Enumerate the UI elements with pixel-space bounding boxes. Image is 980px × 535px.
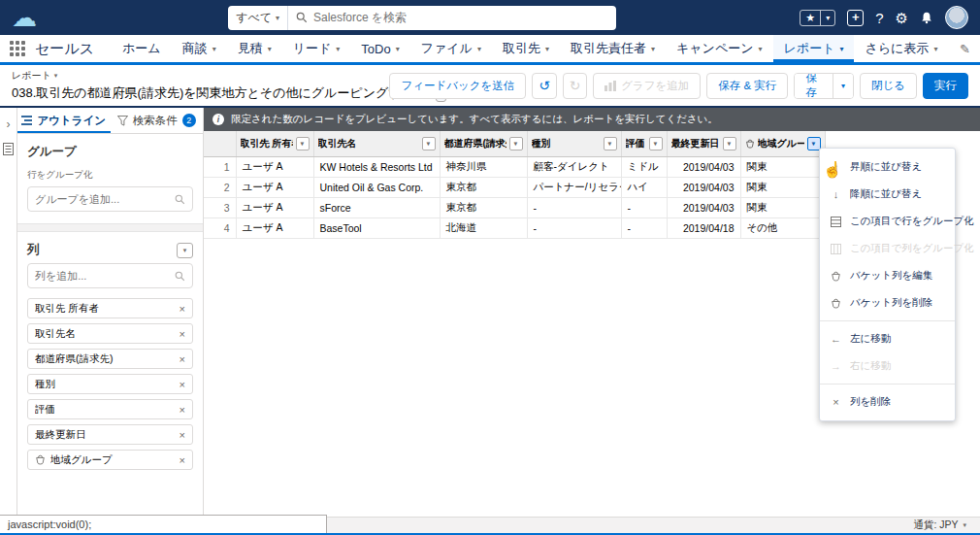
columns-menu-button[interactable]: ▾ xyxy=(177,243,193,258)
menu-item-group-columns: この項目で列をグループ化 xyxy=(820,235,955,262)
report-action-bar: レポート ▾ 038.取引先の都道府県(請求先)を関東地方とその他にグルーピング… xyxy=(0,65,980,108)
column-header-billing-state[interactable]: 都道府県(請求先)▾ xyxy=(440,131,527,156)
menu-item-move-right: →右に移動 xyxy=(820,352,955,380)
global-add-button[interactable]: + xyxy=(847,10,864,26)
remove-column-icon[interactable]: × xyxy=(180,328,185,340)
expand-panel-chevron-icon[interactable]: › xyxy=(7,117,11,131)
remove-column-icon[interactable]: × xyxy=(180,454,185,466)
notifications-bell-icon[interactable] xyxy=(920,11,933,24)
app-navigation-bar: セールス ホーム 商談▾ 見積▾ リード▾ ToDo▾ ファイル▾ 取引先▾ 取… xyxy=(0,35,980,65)
nav-item-opportunities[interactable]: 商談▾ xyxy=(172,35,227,62)
currency-selector[interactable]: 通貨: JPY ▾ xyxy=(913,518,980,532)
chevron-down-icon: ▾ xyxy=(477,45,481,53)
menu-item-move-left[interactable]: ←左に移動 xyxy=(820,325,955,352)
nav-item-accounts[interactable]: 取引先▾ xyxy=(492,35,560,62)
column-menu-button[interactable]: ▾ xyxy=(649,137,663,150)
menu-item-group-rows[interactable]: この項目で行をグループ化 xyxy=(820,208,955,235)
column-chip-type[interactable]: 種別× xyxy=(27,374,193,394)
save-split-button: 保存 ▾ xyxy=(794,73,854,99)
column-context-menu: ↑昇順に並び替え ↓降順に並び替え この項目で行をグループ化 この項目で列をグル… xyxy=(819,148,956,421)
fields-panel-icon[interactable] xyxy=(3,143,14,155)
add-chart-button[interactable]: グラフを追加 xyxy=(593,73,701,99)
remove-column-icon[interactable]: × xyxy=(180,379,185,390)
column-chip-last-modified[interactable]: 最終更新日× xyxy=(27,424,193,445)
search-scope-selector[interactable]: すべて ▾ xyxy=(228,6,288,30)
add-column-input[interactable] xyxy=(35,270,169,282)
chevron-down-icon: ▾ xyxy=(336,45,340,53)
menu-item-delete-bucket[interactable]: バケット列を削除 xyxy=(820,289,955,317)
edit-nav-pencil-icon[interactable]: ✎ xyxy=(960,42,970,56)
section-divider xyxy=(17,223,203,232)
menu-item-remove-column[interactable]: ×列を削除 xyxy=(820,388,955,416)
salesforce-logo-icon: ☁ xyxy=(12,5,37,30)
report-actions: フィードバックを送信 ↺ ↻ グラフを追加 保存 & 実行 保存 ▾ 閉じる 実… xyxy=(389,73,968,99)
sidebar-tabs: アウトライン 検索条件 2 xyxy=(17,108,203,134)
remove-column-icon[interactable]: × xyxy=(180,404,185,416)
mouse-pointer-icon: ☝ xyxy=(823,160,842,179)
setup-gear-icon[interactable]: ⚙ xyxy=(896,11,908,25)
favorites-button[interactable]: ★ ▾ xyxy=(800,10,835,26)
column-chip-rating[interactable]: 評価× xyxy=(27,399,193,419)
menu-item-edit-bucket[interactable]: バケット列を編集 xyxy=(820,262,955,289)
arrow-right-icon: → xyxy=(830,360,842,372)
app-launcher-icon[interactable] xyxy=(10,41,25,56)
save-and-run-button[interactable]: 保存 & 実行 xyxy=(706,73,788,99)
collapsed-fields-panel: › xyxy=(0,108,17,517)
undo-button[interactable]: ↺ xyxy=(532,73,556,99)
feedback-button[interactable]: フィードバックを送信 xyxy=(389,73,526,99)
nav-item-home[interactable]: ホーム xyxy=(112,35,172,62)
add-group-input[interactable] xyxy=(35,193,169,205)
table-row: 3 ユーザ A sForce 東京都 - - 2019/04/03 関東 xyxy=(204,197,825,217)
column-chip-region-bucket[interactable]: 地域グループ× xyxy=(27,450,193,470)
report-table: 取引先 所有者▾ 取引先名▾ 都道府県(請求先)▾ 種別▾ 評価▾ 最終更新日▾… xyxy=(204,131,826,239)
preview-limit-banner: i 限定された数のレコードをプレビューしています。すべて表示するには、レポートを… xyxy=(204,108,980,131)
bucket-icon xyxy=(830,298,842,309)
column-chip-account-name[interactable]: 取引先名× xyxy=(27,323,193,344)
nav-item-todo[interactable]: ToDo▾ xyxy=(350,35,409,62)
nav-item-more[interactable]: さらに表示▾ xyxy=(854,35,948,62)
close-button[interactable]: 閉じる xyxy=(860,73,917,99)
filters-count-badge: 2 xyxy=(182,114,196,127)
column-menu-button[interactable]: ▾ xyxy=(296,137,310,150)
outline-icon xyxy=(21,116,32,125)
column-chip-billing-state[interactable]: 都道府県(請求先)× xyxy=(27,349,193,369)
column-chip-account-owner[interactable]: 取引先 所有者× xyxy=(27,298,193,318)
column-header-region-bucket[interactable]: 地域グループ▾ xyxy=(740,131,825,156)
header-actions: ★ ▾ + ? ⚙ xyxy=(800,6,968,29)
chevron-down-icon[interactable]: ▾ xyxy=(820,11,834,25)
nav-item-leads[interactable]: リード▾ xyxy=(282,35,351,62)
nav-item-files[interactable]: ファイル▾ xyxy=(410,35,492,62)
column-menu-button[interactable]: ▾ xyxy=(604,137,617,150)
breadcrumb[interactable]: レポート ▾ xyxy=(12,69,389,83)
remove-column-icon[interactable]: × xyxy=(180,303,185,315)
nav-item-quotes[interactable]: 見積▾ xyxy=(227,35,282,62)
search-input[interactable] xyxy=(313,11,616,24)
column-header-rating[interactable]: 評価▾ xyxy=(621,131,667,156)
column-header-account-owner[interactable]: 取引先 所有者▾ xyxy=(236,131,313,156)
column-menu-button[interactable]: ▾ xyxy=(422,137,436,150)
nav-item-contacts[interactable]: 取引先責任者▾ xyxy=(560,35,666,62)
funnel-icon xyxy=(117,116,128,126)
search-icon xyxy=(175,271,185,282)
menu-item-sort-descending[interactable]: ↓降順に並び替え xyxy=(820,181,955,208)
run-button[interactable]: 実行 xyxy=(923,73,968,99)
redo-button[interactable]: ↻ xyxy=(563,73,587,99)
remove-column-icon[interactable]: × xyxy=(180,353,185,365)
save-button[interactable]: 保存 xyxy=(795,74,833,98)
column-menu-button[interactable]: ▾ xyxy=(509,137,523,150)
column-header-last-modified[interactable]: 最終更新日▾ xyxy=(667,131,740,156)
user-avatar[interactable] xyxy=(945,6,968,29)
search-icon xyxy=(175,194,185,205)
menu-divider xyxy=(820,320,955,321)
report-title: 038.取引先の都道府県(請求先)を関東地方とその他にグルーピングする xyxy=(12,84,414,102)
save-dropdown-button[interactable]: ▾ xyxy=(833,74,853,98)
column-menu-button[interactable]: ▾ xyxy=(723,137,736,150)
column-header-account-name[interactable]: 取引先名▾ xyxy=(313,131,440,156)
nav-item-campaigns[interactable]: キャンペーン▾ xyxy=(666,35,773,62)
tab-filters[interactable]: 検索条件 2 xyxy=(111,108,204,133)
remove-column-icon[interactable]: × xyxy=(180,429,185,441)
column-header-type[interactable]: 種別▾ xyxy=(527,131,621,156)
tab-outline[interactable]: アウトライン xyxy=(17,108,111,133)
help-icon[interactable]: ? xyxy=(875,11,883,25)
nav-item-reports[interactable]: レポート▾ xyxy=(773,35,855,62)
